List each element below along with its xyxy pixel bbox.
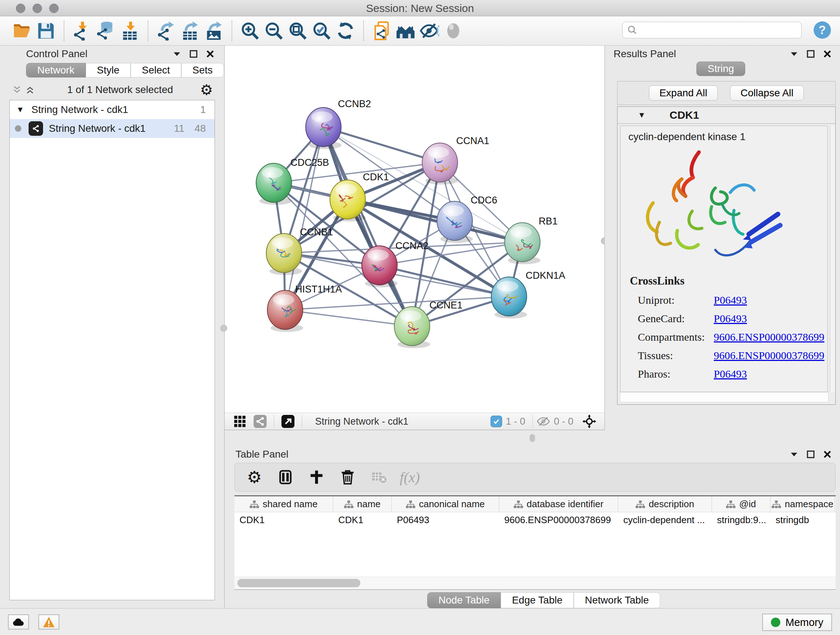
table-cell[interactable]: 9606.ENSP00000378699 (499, 512, 618, 528)
network-collection-row[interactable]: ▼ String Network - cdk1 1 (10, 100, 215, 119)
table-cell[interactable]: P06493 (392, 512, 499, 528)
table-panel-caret-icon[interactable] (789, 450, 799, 459)
table-cell[interactable]: CDK1 (333, 512, 392, 528)
share-network-icon[interactable] (253, 414, 267, 429)
share-session-button[interactable] (370, 19, 393, 42)
results-panel-caret-icon[interactable] (789, 49, 799, 59)
network-node-CDC6[interactable]: CDC6 (437, 195, 497, 243)
expand-all-button[interactable]: Expand All (649, 86, 718, 101)
column-header-shared-name[interactable]: shared name (234, 496, 333, 512)
left-splitter-handle[interactable] (220, 325, 227, 332)
export-image-button[interactable] (202, 19, 226, 42)
tab-node-table[interactable]: Node Table (427, 592, 501, 608)
show-grid-icon[interactable] (233, 414, 247, 429)
network-status-dot (15, 125, 21, 132)
hidden-count: 0 - 0 (554, 416, 573, 427)
table-cell[interactable]: CDK1 (234, 512, 333, 528)
table-settings-gear-icon[interactable]: ⚙ (244, 467, 264, 487)
control-panel-caret-icon[interactable] (172, 49, 182, 59)
network-node-CCNA2[interactable]: CCNA2 (362, 241, 429, 287)
node-label-CCNB2: CCNB2 (338, 98, 371, 109)
column-header-description[interactable]: description (618, 496, 712, 512)
column-header-canonical-name[interactable]: canonical name (392, 496, 499, 512)
tab-string[interactable]: String (696, 62, 745, 76)
table-panel-float-icon[interactable] (806, 450, 815, 459)
collection-expand-icon[interactable]: ▼ (16, 105, 24, 114)
table-scrollbar-thumb[interactable] (237, 579, 360, 587)
network-row[interactable]: String Network - cdk1 11 48 (10, 119, 215, 138)
results-panel-close-icon[interactable] (823, 49, 832, 59)
birdseye-view-icon[interactable] (281, 414, 295, 429)
crosslink-value-link[interactable]: P06493 (714, 312, 747, 325)
selected-nodes-checkbox[interactable] (491, 416, 502, 427)
column-header-namespace[interactable]: namespace (771, 496, 835, 512)
delete-column-icon[interactable] (338, 467, 358, 487)
collapse-all-button[interactable]: Collapse All (730, 86, 804, 101)
tab-edge-table[interactable]: Edge Table (501, 592, 574, 608)
column-header-database-identifier[interactable]: database identifier (499, 496, 618, 512)
table-row[interactable]: CDK1CDK1P064939606.ENSP00000378699cyclin… (234, 512, 836, 528)
tab-style[interactable]: Style (86, 63, 131, 78)
import-table-button[interactable] (118, 19, 142, 42)
network-options-gear-icon[interactable]: ⚙ (202, 85, 211, 95)
splitter-handle[interactable] (530, 434, 535, 442)
results-vertical-scrollbar[interactable] (830, 126, 835, 392)
network-canvas[interactable]: CCNB2CCNA1CDC25BCDK1CDC6RB1CCNB1CCNA2CDK… (225, 46, 604, 412)
network-node-CCNB2[interactable]: CCNB2 (306, 98, 371, 149)
column-header--id[interactable]: @id (712, 496, 771, 512)
export-network-button[interactable] (154, 19, 178, 42)
tab-select[interactable]: Select (131, 63, 181, 78)
column-header-name[interactable]: name (333, 496, 392, 512)
table-cell[interactable]: stringdb (771, 512, 835, 528)
network-node-HIST1H1A[interactable]: HIST1H1A (267, 284, 342, 332)
network-node-CDKN1A[interactable]: CDKN1A (491, 270, 565, 318)
apply-layout-button[interactable] (333, 19, 357, 42)
zoom-fit-button[interactable] (286, 19, 309, 42)
control-panel-close-icon[interactable] (205, 49, 215, 59)
gene-section-header[interactable]: ▼ CDK1 (617, 107, 835, 124)
memory-button[interactable]: Memory (762, 614, 832, 631)
open-session-button[interactable] (10, 19, 34, 42)
tab-network-table[interactable]: Network Table (574, 592, 660, 608)
search-input[interactable] (638, 24, 801, 36)
save-session-button[interactable] (34, 19, 58, 42)
cloud-status-button[interactable] (8, 614, 29, 630)
crosslink-label: Uniprot: (638, 294, 714, 306)
results-horizontal-scrollbar[interactable] (620, 392, 829, 402)
expand-all-networks-icon[interactable] (25, 85, 35, 95)
control-panel-float-icon[interactable] (189, 49, 198, 59)
collapse-all-networks-icon[interactable] (12, 85, 22, 95)
zoom-selected-button[interactable] (309, 19, 333, 42)
network-canvas-container: CCNB2CCNA1CDC25BCDK1CDC6RB1CCNB1CCNA2CDK… (225, 46, 605, 413)
table-cell[interactable]: stringdb:9... (712, 512, 771, 528)
table-horizontal-scrollbar[interactable] (234, 577, 836, 589)
results-panel-float-icon[interactable] (806, 49, 815, 59)
crosslink-value-link[interactable]: P06493 (714, 294, 747, 306)
import-network-from-database-button[interactable] (94, 19, 118, 42)
warnings-button[interactable] (38, 614, 59, 630)
help-button[interactable]: ? (813, 20, 832, 40)
show-all-panels-button[interactable] (393, 19, 417, 42)
tab-network[interactable]: Network (26, 63, 86, 78)
table-cell[interactable]: cyclin-dependent ... (618, 512, 712, 528)
inactive-eye-button[interactable] (441, 19, 465, 42)
network-node-RB1[interactable]: RB1 (505, 216, 558, 264)
horizontal-splitter[interactable] (225, 430, 840, 446)
export-table-button[interactable] (178, 19, 202, 42)
function-builder-icon[interactable]: f(x) (400, 469, 420, 486)
tab-sets[interactable]: Sets (181, 63, 224, 78)
hide-panels-button[interactable] (417, 19, 441, 42)
crosslink-value-link[interactable]: 9606.ENSP00000378699 (714, 331, 824, 343)
delete-table-icon[interactable] (369, 467, 389, 487)
gene-collapse-icon[interactable]: ▼ (638, 111, 646, 120)
zoom-out-button[interactable] (262, 19, 286, 42)
crosslink-value-link[interactable]: P06493 (714, 368, 747, 380)
create-column-icon[interactable] (306, 467, 327, 487)
zoom-in-button[interactable] (238, 19, 262, 42)
svg-text:?: ? (819, 23, 826, 36)
crosslink-value-link[interactable]: 9606.ENSP00000378699 (714, 349, 824, 362)
import-network-button[interactable] (70, 19, 94, 42)
fit-selected-crosshair-icon[interactable] (582, 414, 597, 429)
table-panel-close-icon[interactable] (823, 450, 832, 459)
show-columns-icon[interactable] (275, 467, 295, 487)
